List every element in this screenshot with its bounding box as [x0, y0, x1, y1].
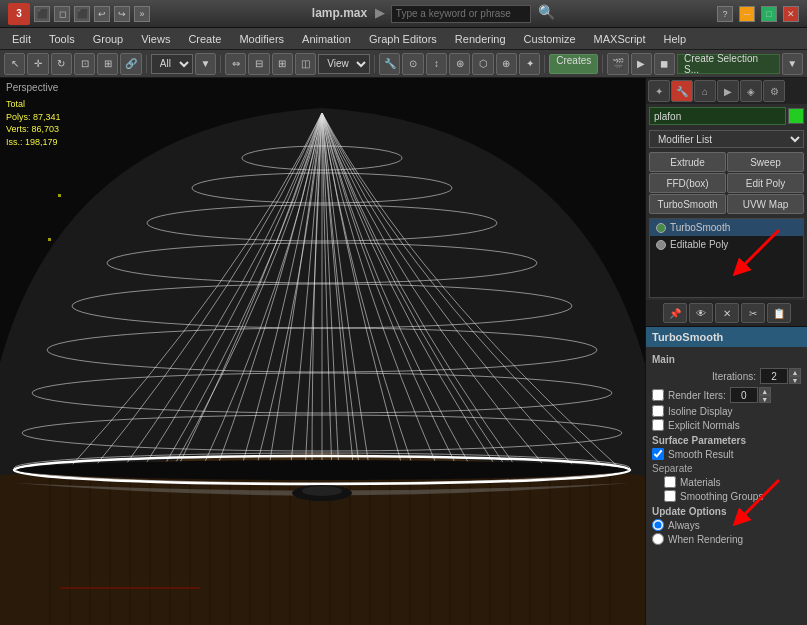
render-iters-spinner-btns: ▲ ▼ — [759, 387, 771, 403]
menu-views[interactable]: Views — [133, 31, 178, 47]
stack-show-btn[interactable]: 👁 — [689, 303, 713, 323]
tool-view[interactable]: ◫ — [295, 53, 316, 75]
tool-extra2[interactable]: ⊕ — [496, 53, 517, 75]
tab-create[interactable]: ✦ — [648, 80, 670, 102]
iterations-spinner: ▲ ▼ — [760, 368, 801, 384]
tool-scale[interactable]: ⊡ — [74, 53, 95, 75]
isoline-checkbox[interactable] — [652, 405, 664, 417]
menu-maxscript[interactable]: MAXScript — [586, 31, 654, 47]
iterations-down[interactable]: ▼ — [789, 376, 801, 384]
view-select[interactable]: View — [318, 54, 370, 74]
search-input[interactable] — [391, 5, 531, 23]
maximize-button[interactable]: □ — [761, 6, 777, 22]
render-iters-up[interactable]: ▲ — [759, 387, 771, 395]
tool-render1[interactable]: 🎬 — [607, 53, 628, 75]
separate-label: Separate — [652, 461, 801, 475]
tab-display[interactable]: ◈ — [740, 80, 762, 102]
viewport[interactable]: Perspective Total Polys: 87,341 Verts: 8… — [0, 78, 645, 625]
menu-create[interactable]: Create — [180, 31, 229, 47]
when-rendering-radio[interactable] — [652, 533, 664, 545]
object-color-swatch[interactable] — [788, 108, 804, 124]
tool-link[interactable]: 🔗 — [120, 53, 141, 75]
render-iters-down[interactable]: ▼ — [759, 395, 771, 403]
render-iters-input[interactable] — [730, 387, 758, 403]
mod-btn-uvwmap[interactable]: UVW Map — [727, 194, 804, 214]
stack-pin-btn[interactable]: 📌 — [663, 303, 687, 323]
tab-hierarchy[interactable]: ⌂ — [694, 80, 716, 102]
tool-rotate[interactable]: ↻ — [51, 53, 72, 75]
object-name-input[interactable] — [649, 107, 786, 125]
stack-paste-btn[interactable]: 📋 — [767, 303, 791, 323]
tool-extra3[interactable]: ✦ — [519, 53, 540, 75]
creates-button[interactable]: Creates — [549, 54, 598, 74]
stack-del-btn[interactable]: ✕ — [715, 303, 739, 323]
stack-eye-turbosmooth[interactable] — [656, 223, 666, 233]
stack-item-turbosmooth[interactable]: TurboSmooth — [650, 219, 803, 236]
tool-snap2[interactable]: 🔧 — [379, 53, 400, 75]
toolbar-icon-4[interactable]: ↩ — [94, 6, 110, 22]
tool-move[interactable]: ✛ — [27, 53, 48, 75]
render-iters-checkbox[interactable] — [652, 389, 664, 401]
stack-eye-editpoly[interactable] — [656, 240, 666, 250]
selection-filter[interactable]: All — [151, 54, 193, 74]
toolbar-icon-2[interactable]: ◻ — [54, 6, 70, 22]
menu-tools[interactable]: Tools — [41, 31, 83, 47]
modifier-list-select[interactable]: Modifier List — [649, 130, 804, 148]
minimize-button[interactable]: ─ — [739, 6, 755, 22]
tool-snap[interactable]: ⊞ — [97, 53, 118, 75]
tool-align[interactable]: ⊟ — [248, 53, 269, 75]
menu-animation[interactable]: Animation — [294, 31, 359, 47]
tool-render3[interactable]: ◼ — [654, 53, 675, 75]
always-radio[interactable] — [652, 519, 664, 531]
mod-btn-ffdbox[interactable]: FFD(box) — [649, 173, 726, 193]
create-selection-button[interactable]: Create Selection S... — [677, 54, 780, 74]
explicit-normals-label: Explicit Normals — [668, 420, 740, 431]
menu-customize[interactable]: Customize — [516, 31, 584, 47]
tool-pivot[interactable]: ⊛ — [449, 53, 470, 75]
stack-cut-btn[interactable]: ✂ — [741, 303, 765, 323]
menu-modifiers[interactable]: Modifiers — [231, 31, 292, 47]
menu-help[interactable]: Help — [656, 31, 695, 47]
smoothing-groups-checkbox[interactable] — [664, 490, 676, 502]
isoline-label: Isoline Display — [668, 406, 732, 417]
right-panel: ✦ 🔧 ⌂ ▶ ◈ ⚙ Modifier List Extrude Sweep … — [645, 78, 807, 625]
toolbar-icon-1[interactable]: ⬛ — [34, 6, 50, 22]
mod-btn-sweep[interactable]: Sweep — [727, 152, 804, 172]
help-button[interactable]: ? — [717, 6, 733, 22]
tool-render2[interactable]: ▶ — [631, 53, 652, 75]
menu-group[interactable]: Group — [85, 31, 132, 47]
main-section-label: Main — [652, 351, 801, 366]
viewport-canvas — [0, 78, 645, 625]
menu-graph-editors[interactable]: Graph Editors — [361, 31, 445, 47]
tool-mirror[interactable]: ⇔ — [225, 53, 246, 75]
mod-btn-extrude[interactable]: Extrude — [649, 152, 726, 172]
toolbar-separator-1 — [146, 55, 147, 73]
menu-rendering[interactable]: Rendering — [447, 31, 514, 47]
materials-checkbox[interactable] — [664, 476, 676, 488]
toolbar-icon-6[interactable]: » — [134, 6, 150, 22]
stack-label-editpoly: Editable Poly — [670, 239, 728, 250]
tab-motion[interactable]: ▶ — [717, 80, 739, 102]
tool-named-sel[interactable]: ▼ — [782, 53, 803, 75]
mod-btn-editpoly[interactable]: Edit Poly — [727, 173, 804, 193]
tab-utilities[interactable]: ⚙ — [763, 80, 785, 102]
tab-modify[interactable]: 🔧 — [671, 80, 693, 102]
explicit-normals-checkbox[interactable] — [652, 419, 664, 431]
tool-transform[interactable]: ↕ — [426, 53, 447, 75]
iterations-up[interactable]: ▲ — [789, 368, 801, 376]
tool-extra1[interactable]: ⬡ — [472, 53, 493, 75]
smooth-result-row: Smooth Result — [652, 447, 801, 461]
toolbar-icon-3[interactable]: ⬛ — [74, 6, 90, 22]
mod-btn-turbosmooth[interactable]: TurboSmooth — [649, 194, 726, 214]
tool-snap3[interactable]: ⊙ — [402, 53, 423, 75]
iterations-input[interactable] — [760, 368, 788, 384]
smooth-result-checkbox[interactable] — [652, 448, 664, 460]
toolbar-icon-5[interactable]: ↪ — [114, 6, 130, 22]
close-button[interactable]: ✕ — [783, 6, 799, 22]
menu-edit[interactable]: Edit — [4, 31, 39, 47]
stack-item-editpoly[interactable]: Editable Poly — [650, 236, 803, 253]
tool-filter[interactable]: ▼ — [195, 53, 216, 75]
tool-select[interactable]: ↖ — [4, 53, 25, 75]
when-rendering-row: When Rendering — [652, 532, 801, 546]
tool-array[interactable]: ⊞ — [272, 53, 293, 75]
